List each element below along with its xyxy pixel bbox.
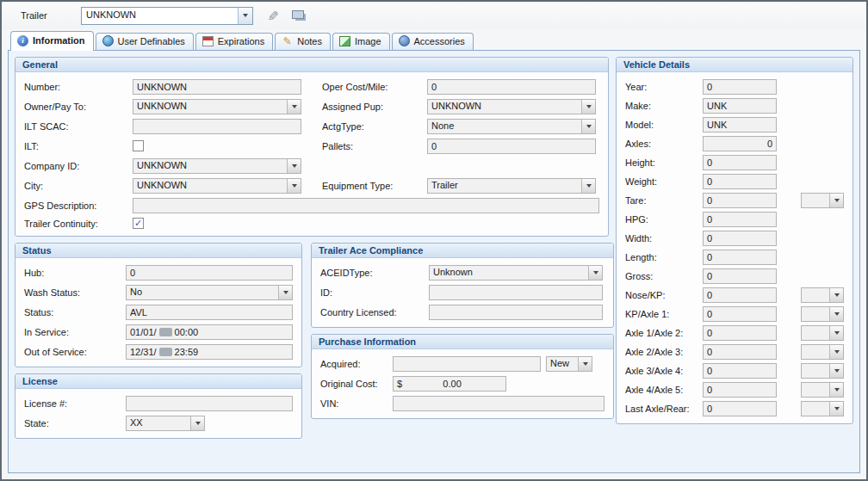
axle2-axle3-input[interactable] (703, 344, 777, 360)
trailer-continuity-label: Trailer Continuity: (24, 219, 133, 229)
calendar-icon (202, 36, 214, 46)
chevron-down-icon (581, 179, 595, 193)
status-input[interactable] (126, 305, 293, 320)
company-id-select[interactable]: UNKNOWN (133, 158, 301, 174)
tare-input[interactable] (703, 193, 777, 208)
chevron-down-icon[interactable] (238, 8, 252, 24)
tab-label: Accessories (414, 36, 465, 46)
axle3-axle4-input[interactable] (703, 363, 777, 379)
trailer-select[interactable]: UNKNOWN (81, 7, 253, 25)
equipment-type-label: Equipment Type: (322, 181, 427, 191)
last-axle-rear-unit-select[interactable] (801, 401, 844, 416)
tab-user-definables[interactable]: User Definables (96, 33, 194, 50)
chevron-down-icon (287, 100, 301, 114)
edit-pencil-icon[interactable]: ✎ (267, 8, 278, 24)
trailer-continuity-checkbox[interactable]: ✓ (133, 218, 144, 229)
image-icon (339, 36, 350, 46)
out-of-service-label: Out of Service: (24, 347, 126, 357)
number-input[interactable] (133, 79, 301, 95)
kp-axle1-label: KP/Axle 1: (625, 309, 703, 319)
tab-accessories[interactable]: Accessories (392, 33, 474, 50)
gps-description-input[interactable] (133, 198, 599, 213)
actg-type-select[interactable]: None (427, 119, 596, 134)
chevron-down-icon (829, 402, 843, 416)
axle2-axle3-label: Axle 2/Axle 3: (625, 347, 703, 357)
topbar: Trailer UNKNOWN ✎ (2, 2, 866, 29)
kp-axle1-unit-select[interactable] (801, 306, 844, 322)
length-input[interactable] (703, 250, 777, 265)
axle3-axle4-unit-select[interactable] (801, 363, 844, 379)
model-input[interactable] (703, 117, 777, 133)
axle2-axle3-unit-select[interactable] (801, 344, 844, 360)
year-input[interactable] (703, 79, 777, 95)
owner-select[interactable]: UNKNOWN (133, 99, 301, 114)
pallets-input[interactable] (427, 139, 596, 154)
assigned-pup-label: Assigned Pup: (322, 102, 427, 112)
vin-input[interactable] (393, 396, 604, 411)
license-number-label: License #: (24, 398, 126, 409)
tab-label: Information (33, 35, 85, 46)
vehicle-details-panel: Vehicle Details Year: Make: Model: Axles… (616, 57, 853, 424)
hub-input[interactable] (126, 265, 293, 281)
assigned-pup-select[interactable]: UNKNOWN (427, 99, 596, 114)
gross-input[interactable] (703, 268, 777, 284)
axle4-axle5-input[interactable] (703, 382, 777, 398)
panel-title: Purchase Information (312, 335, 613, 349)
redacted-text (159, 328, 172, 336)
axle1-axle2-input[interactable] (703, 325, 777, 341)
nose-kp-unit-select[interactable] (801, 287, 844, 303)
pallets-label: Pallets: (322, 141, 427, 151)
length-label: Length: (625, 252, 703, 262)
status-panel: Status Hub: Wash Status: No (15, 243, 302, 367)
out-of-service-field[interactable]: 12/31/ 23:59 (126, 344, 293, 360)
make-input[interactable] (703, 98, 777, 114)
equipment-type-select[interactable]: Trailer (427, 178, 596, 194)
oper-cost-label: Oper Cost/Mile: (322, 82, 427, 92)
make-label: Make: (625, 101, 703, 111)
wash-status-select[interactable]: No (126, 285, 293, 300)
tab-expirations[interactable]: Expirations (195, 33, 273, 50)
oper-cost-input[interactable] (427, 79, 596, 95)
tab-information[interactable]: i Information (10, 31, 94, 51)
hpg-label: HPG: (625, 214, 703, 225)
state-select[interactable]: XX (126, 416, 205, 431)
redacted-text (159, 348, 172, 356)
tags-icon[interactable] (292, 10, 304, 21)
city-select[interactable]: UNKNOWN (133, 178, 301, 194)
chevron-down-icon (829, 364, 843, 378)
tab-image[interactable]: Image (332, 33, 390, 50)
nose-kp-input[interactable] (703, 287, 777, 303)
tab-label: User Definables (118, 36, 185, 46)
last-axle-rear-label: Last Axle/Rear: (625, 404, 703, 414)
aceid-type-select[interactable]: Unknown (429, 265, 603, 281)
ilt-checkbox[interactable] (133, 140, 144, 151)
height-input[interactable] (703, 155, 777, 170)
city-label: City: (24, 181, 133, 191)
owner-label: Owner/Pay To: (24, 102, 133, 112)
width-input[interactable] (703, 231, 777, 246)
acquired-condition-select[interactable]: New (546, 356, 592, 372)
trailer-window: Trailer UNKNOWN ✎ i Information User Def… (0, 0, 868, 481)
axle1-axle2-unit-select[interactable] (801, 325, 844, 341)
hpg-input[interactable] (703, 212, 777, 227)
in-service-field[interactable]: 01/01/ 00:00 (126, 324, 293, 340)
acquired-input[interactable] (393, 356, 541, 372)
tab-label: Notes (297, 36, 322, 46)
wash-status-label: Wash Status: (24, 287, 126, 298)
tab-notes[interactable]: ✎ Notes (275, 33, 331, 50)
last-axle-rear-input[interactable] (703, 401, 777, 416)
hub-label: Hub: (24, 268, 126, 278)
original-cost-field[interactable]: $ 0.00 (393, 376, 506, 392)
country-licensed-input[interactable] (429, 305, 603, 320)
chevron-down-icon (581, 100, 595, 114)
tare-unit-select[interactable] (801, 193, 844, 208)
weight-input[interactable] (703, 174, 777, 189)
axle4-axle5-unit-select[interactable] (801, 382, 844, 398)
chevron-down-icon (829, 326, 843, 340)
ilt-scac-input[interactable] (133, 119, 301, 134)
kp-axle1-input[interactable] (703, 306, 777, 322)
license-number-input[interactable] (126, 396, 293, 411)
ace-id-input[interactable] (429, 285, 603, 300)
axles-input[interactable] (703, 136, 777, 151)
gps-description-label: GPS Description: (24, 200, 133, 211)
